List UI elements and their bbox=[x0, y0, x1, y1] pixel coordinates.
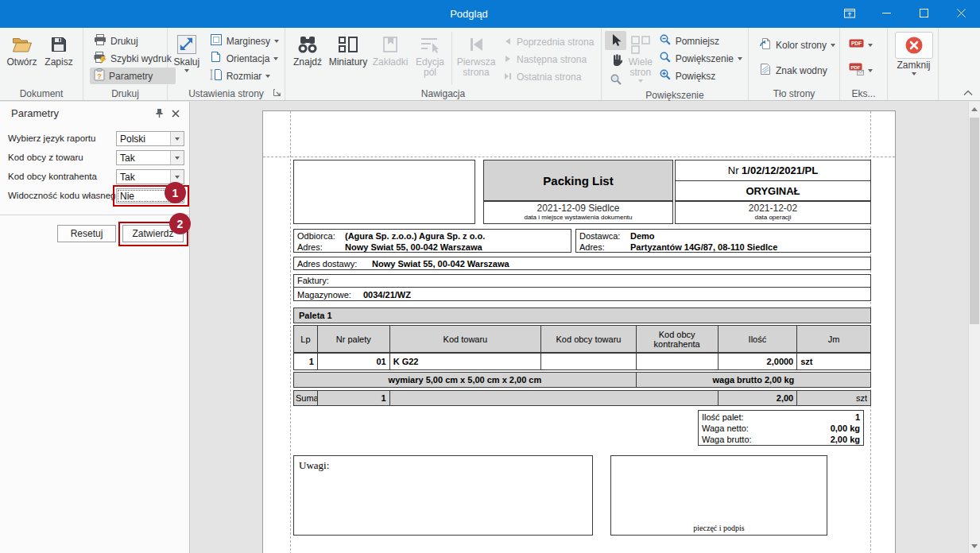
close-window-button[interactable] bbox=[943, 0, 980, 28]
chevron-down-icon bbox=[175, 176, 180, 179]
scroll-down-button[interactable] bbox=[969, 539, 980, 552]
row-jm: szt bbox=[797, 354, 870, 369]
save-label: Zapisz bbox=[45, 57, 72, 68]
row-nr-palety: 01 bbox=[318, 354, 390, 369]
col-kod-obcy-towaru: Kod obcy towaru bbox=[541, 326, 637, 352]
size-button[interactable]: Rozmiar bbox=[206, 68, 283, 84]
page-color-button[interactable]: Kolor strony bbox=[755, 37, 839, 53]
navigation-separator bbox=[451, 32, 452, 85]
row-kod-obcy-towaru bbox=[541, 354, 637, 369]
close-preview-button[interactable]: Zamknij bbox=[892, 30, 936, 75]
edit-fields-button: Edycja pól bbox=[411, 30, 449, 78]
prev-page-label: Poprzednia strona bbox=[517, 37, 594, 48]
delivery-label: Adres dostawy: bbox=[297, 258, 372, 269]
select-tool-button[interactable] bbox=[605, 31, 626, 50]
pin-window-button[interactable] bbox=[831, 0, 868, 28]
zoom-in-button[interactable]: Powiększ bbox=[655, 68, 746, 84]
page-setup-dialog-launcher-icon[interactable] bbox=[273, 88, 281, 99]
export-pdf-button[interactable]: PDF bbox=[845, 37, 877, 53]
margins-button[interactable]: Marginesy bbox=[206, 33, 283, 49]
binoculars-icon bbox=[296, 32, 319, 57]
thumbnails-icon bbox=[338, 32, 358, 57]
sum-label: Suma bbox=[294, 391, 318, 405]
export-pdf-dropdown-caret bbox=[868, 44, 873, 47]
ribbon: Otwórz Zapisz Dokument Drukuj bbox=[0, 28, 980, 101]
multi-page-label: Wiele stron bbox=[626, 57, 655, 78]
dims-label: wymiary bbox=[389, 375, 424, 385]
minimize-button[interactable] bbox=[868, 0, 905, 28]
zoom-level-dropdown-caret bbox=[738, 57, 742, 60]
col-nr-palety: Nr palety bbox=[318, 326, 390, 352]
language-value: Polski bbox=[117, 132, 170, 145]
titlebar[interactable]: Podgląd bbox=[0, 0, 980, 28]
parameters-panel-title: Parametry bbox=[11, 107, 59, 119]
invoices-label: Faktury: bbox=[297, 276, 329, 285]
maximize-button[interactable] bbox=[905, 0, 943, 28]
zoom-out-button[interactable]: Pomniejsz bbox=[655, 33, 746, 49]
pin-window-icon bbox=[844, 8, 855, 21]
doc-copy-type: ORYGINAŁ bbox=[675, 180, 871, 201]
group-label-page-setup: Ustawienia strony bbox=[168, 87, 285, 100]
margins-label: Marginesy bbox=[227, 36, 270, 47]
left-margin-guide bbox=[290, 111, 291, 553]
preview-area[interactable]: Packing List 2021-12-09 Siedlce data i m… bbox=[191, 102, 980, 553]
hand-tool-button[interactable] bbox=[605, 51, 626, 70]
doc-warehouse-box: Magazynowe:0034/21/WZ bbox=[293, 287, 871, 301]
dimensions-row: wymiary 5,00 cm x 5,00 cm x 2,00 cm waga… bbox=[293, 372, 871, 388]
group-close: Zamknij bbox=[888, 28, 939, 100]
doc-op-caption: data operacji bbox=[676, 214, 870, 221]
parameters-icon: ? bbox=[94, 68, 105, 83]
close-preview-label: Zamknij bbox=[897, 60, 930, 71]
zoom-in-label: Powiększ bbox=[676, 71, 716, 82]
parameters-button[interactable]: ? Parametry bbox=[90, 68, 176, 84]
gross-weight-value: 2,00 kg bbox=[831, 434, 860, 445]
watermark-button[interactable]: Znak wodny bbox=[755, 62, 839, 79]
zoom-level-button[interactable]: Powiększenie bbox=[655, 50, 746, 67]
close-panel-icon[interactable] bbox=[172, 109, 180, 120]
thumbnails-button[interactable]: Miniatury bbox=[327, 30, 370, 68]
window-title: Podgląd bbox=[0, 0, 938, 28]
last-page-button: Ostatnia strona bbox=[499, 70, 598, 84]
quick-print-button[interactable]: Szybki wydruk bbox=[90, 50, 176, 67]
zoom-tool-button[interactable] bbox=[605, 71, 626, 90]
sum-spacer bbox=[390, 391, 719, 405]
save-button[interactable]: Zapisz bbox=[41, 30, 77, 68]
quick-print-label: Szybki wydruk bbox=[110, 53, 172, 64]
bookmarks-icon bbox=[382, 32, 399, 57]
table-data-row: 1 01 K G22 2,0000 szt bbox=[293, 353, 871, 370]
group-label-drukuj: Drukuj bbox=[83, 87, 167, 100]
printer-icon bbox=[94, 34, 107, 48]
foreign-code-item-dropdown[interactable]: Tak bbox=[116, 150, 184, 165]
collapse-ribbon-button[interactable] bbox=[963, 87, 974, 99]
minimize-icon bbox=[882, 9, 891, 20]
scrollbar-thumb[interactable] bbox=[970, 118, 979, 324]
supplier-addr-value: Partyzantów 14G/87, 08-110 Siedlce bbox=[630, 242, 777, 253]
window-controls bbox=[831, 0, 980, 28]
orientation-button[interactable]: Orientacja bbox=[206, 50, 283, 67]
top-margin-guide bbox=[263, 157, 895, 157]
language-dropdown-button[interactable] bbox=[170, 132, 184, 145]
magnifier-icon bbox=[610, 73, 622, 88]
foreign-code-item-dropdown-button[interactable] bbox=[170, 151, 184, 164]
maximize-icon bbox=[920, 9, 928, 20]
gross-label: waga brutto bbox=[713, 375, 762, 385]
vertical-scrollbar[interactable] bbox=[968, 102, 980, 553]
find-button[interactable]: Znajdź bbox=[289, 30, 327, 68]
group-page-background: Kolor strony Znak wodny Tło strony bbox=[749, 28, 840, 100]
supplier-addr-label: Adres: bbox=[579, 242, 630, 253]
size-icon bbox=[210, 68, 223, 83]
pin-panel-icon[interactable] bbox=[155, 108, 164, 121]
open-button[interactable]: Otwórz bbox=[3, 30, 41, 68]
send-pdf-button[interactable]: PDF bbox=[845, 62, 877, 79]
group-label-close bbox=[888, 87, 938, 100]
print-button[interactable]: Drukuj bbox=[90, 33, 176, 49]
reset-button[interactable]: Resetuj bbox=[57, 225, 116, 242]
pallet-header: Paleta 1 bbox=[293, 307, 871, 323]
language-dropdown[interactable]: Polski bbox=[116, 131, 184, 146]
scroll-up-button[interactable] bbox=[969, 102, 980, 115]
first-page-label: Pierwsza strona bbox=[455, 57, 498, 78]
sum-unit: szt bbox=[797, 391, 870, 405]
scale-button[interactable]: Skaluj bbox=[171, 30, 203, 72]
page-color-icon bbox=[759, 37, 772, 52]
orientation-icon bbox=[210, 51, 223, 66]
